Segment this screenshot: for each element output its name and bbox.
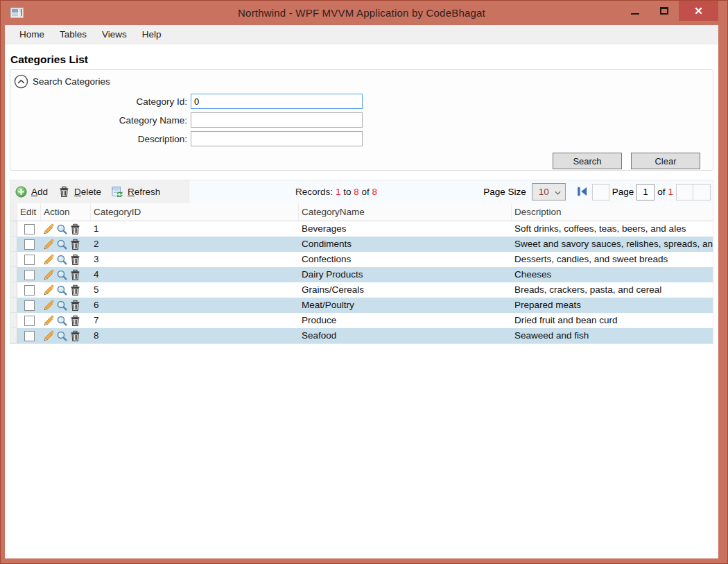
magnifier-icon[interactable] <box>56 330 68 342</box>
delete-trash-icon[interactable] <box>58 186 70 198</box>
category-name-input[interactable] <box>191 112 363 128</box>
column-header-categoryid[interactable]: CategoryID <box>91 203 299 221</box>
menu-item[interactable]: Tables <box>52 26 94 42</box>
trash-icon[interactable] <box>69 269 81 281</box>
row-header[interactable] <box>10 313 17 328</box>
pencil-icon[interactable] <box>43 223 55 235</box>
chevron-up-circle-icon[interactable] <box>14 74 28 89</box>
column-header-categoryname[interactable]: CategoryName <box>299 203 512 221</box>
row-edit-checkbox[interactable] <box>24 224 35 234</box>
cell-description: Breads, crackers, pasta, and cereal <box>512 282 713 298</box>
row-edit-checkbox[interactable] <box>24 239 35 250</box>
page-number-input[interactable] <box>636 184 655 200</box>
close-icon: ✕ <box>694 6 703 16</box>
trash-icon[interactable] <box>69 239 81 250</box>
page-size-select[interactable]: 10 <box>532 183 566 200</box>
row-edit-checkbox[interactable] <box>24 285 35 296</box>
next-page-button[interactable] <box>676 184 693 200</box>
page-title: Categories List <box>10 53 718 66</box>
trash-icon[interactable] <box>69 223 81 235</box>
table-row[interactable]: 3 Confections Desserts, candies, and swe… <box>10 252 713 267</box>
row-header[interactable] <box>10 298 17 313</box>
grid-commands: Add Delete <box>10 180 189 203</box>
cell-category-id: 6 <box>91 298 299 313</box>
search-buttons: Search Clear <box>14 153 705 169</box>
row-edit-checkbox[interactable] <box>24 300 35 311</box>
records-label: Records: <box>295 187 333 197</box>
table-row[interactable]: 8 Seafood Seaweed and fish <box>10 328 713 343</box>
description-input[interactable] <box>191 131 363 146</box>
column-header-description[interactable]: Description <box>512 203 713 221</box>
table-row[interactable]: 2 Condiments Sweet and savory sauces, re… <box>10 237 713 252</box>
table-row[interactable]: 1 Beverages Soft drinks, coffees, teas, … <box>10 221 713 237</box>
trash-icon[interactable] <box>69 284 81 296</box>
magnifier-icon[interactable] <box>56 239 68 250</box>
row-header[interactable] <box>10 282 17 298</box>
previous-page-button[interactable] <box>592 184 609 200</box>
clear-button[interactable]: Clear <box>631 153 700 169</box>
grid-body: 1 Beverages Soft drinks, coffees, teas, … <box>10 221 713 343</box>
refresh-icon[interactable] <box>112 186 123 198</box>
row-header[interactable] <box>10 252 17 267</box>
page-label: Page <box>612 187 634 197</box>
row-edit-checkbox[interactable] <box>24 316 35 326</box>
row-edit-checkbox[interactable] <box>24 270 35 280</box>
menu-item[interactable]: Home <box>12 26 52 42</box>
categories-grid-panel: Add Delete <box>10 180 713 344</box>
row-edit-checkbox[interactable] <box>24 255 35 265</box>
grid-corner[interactable] <box>10 203 17 221</box>
magnifier-icon[interactable] <box>56 223 68 235</box>
table-row[interactable]: 5 Grains/Cereals Breads, crackers, pasta… <box>10 282 713 298</box>
cell-category-id: 4 <box>91 267 299 282</box>
row-header[interactable] <box>10 221 17 237</box>
total-pages: 1 <box>668 187 673 197</box>
last-page-button[interactable] <box>693 184 711 200</box>
row-header[interactable] <box>10 267 17 282</box>
pencil-icon[interactable] <box>43 284 55 296</box>
table-row[interactable]: 7 Produce Dried fruit and bean curd <box>10 313 713 328</box>
table-row[interactable]: 6 Meat/Poultry Prepared meats <box>10 298 713 313</box>
menu-item[interactable]: Help <box>135 26 169 42</box>
column-header-edit[interactable]: Edit <box>17 203 41 221</box>
maximize-button[interactable] <box>650 1 679 21</box>
pencil-icon[interactable] <box>43 254 55 266</box>
category-id-input[interactable] <box>191 94 363 109</box>
minimize-button[interactable] <box>621 1 650 21</box>
cell-category-name: Meat/Poultry <box>299 298 512 313</box>
add-button[interactable]: Add <box>31 187 48 197</box>
pencil-icon[interactable] <box>43 269 55 281</box>
menu-item[interactable]: Views <box>94 26 135 42</box>
search-expander[interactable]: Search Categories <box>14 74 705 89</box>
maximize-icon <box>660 7 668 15</box>
search-button[interactable]: Search <box>553 153 622 169</box>
pencil-icon[interactable] <box>43 330 55 342</box>
cell-category-name: Confections <box>299 252 512 267</box>
row-header[interactable] <box>10 328 17 343</box>
delete-button[interactable]: Delete <box>74 187 101 197</box>
row-header[interactable] <box>10 237 17 252</box>
trash-icon[interactable] <box>69 300 81 311</box>
add-icon[interactable] <box>15 186 27 198</box>
trash-icon[interactable] <box>69 315 81 327</box>
title-bar[interactable]: Northwind - WPF MVVM Application by Code… <box>5 1 718 25</box>
trash-icon[interactable] <box>69 254 81 266</box>
pencil-icon[interactable] <box>43 239 55 250</box>
magnifier-icon[interactable] <box>56 254 68 266</box>
cell-category-name: Beverages <box>299 221 512 237</box>
magnifier-icon[interactable] <box>56 269 68 281</box>
cell-description: Sweet and savory sauces, relishes, sprea… <box>512 237 713 252</box>
search-panel: Search Categories Category Id: Category … <box>10 69 713 171</box>
magnifier-icon[interactable] <box>56 284 68 296</box>
row-edit-checkbox[interactable] <box>24 331 35 341</box>
close-button[interactable]: ✕ <box>679 1 718 21</box>
column-header-action[interactable]: Action <box>41 203 91 221</box>
records-to: 8 <box>354 187 359 197</box>
magnifier-icon[interactable] <box>56 315 68 327</box>
pencil-icon[interactable] <box>43 315 55 327</box>
first-page-button[interactable] <box>575 185 589 199</box>
pencil-icon[interactable] <box>43 300 55 311</box>
refresh-button[interactable]: Refresh <box>128 187 160 197</box>
trash-icon[interactable] <box>69 330 81 342</box>
table-row[interactable]: 4 Dairy Products Cheeses <box>10 267 713 282</box>
magnifier-icon[interactable] <box>56 300 68 311</box>
